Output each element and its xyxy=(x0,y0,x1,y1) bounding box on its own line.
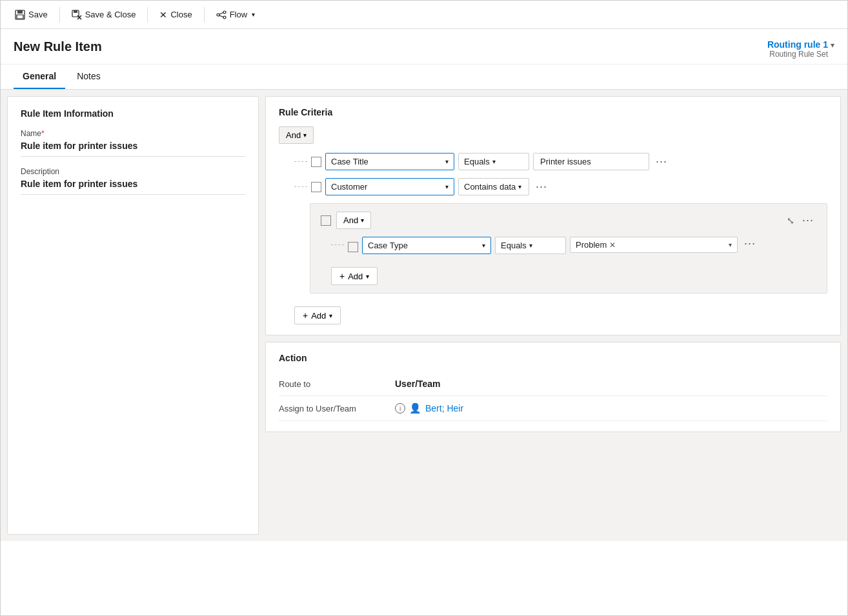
tabs: General Notes xyxy=(1,65,847,90)
close-button[interactable]: ✕ Close xyxy=(153,6,198,23)
page-title: New Rule Item xyxy=(14,39,102,54)
tab-notes[interactable]: Notes xyxy=(68,65,110,89)
action-card: Action Route to User/Team Assign to User… xyxy=(265,342,841,432)
h-dash-2 xyxy=(294,186,307,187)
case-type-more-icon[interactable]: ··· xyxy=(742,237,758,250)
nested-icons: ⤡ ··· xyxy=(787,214,816,227)
rule-criteria-card: Rule Criteria And ▾ Case Title ▾ Equals xyxy=(265,96,841,335)
svg-point-8 xyxy=(223,11,226,14)
criteria-row-case-title: Case Title ▾ Equals ▾ Printer issues ··· xyxy=(279,153,827,170)
nested-and-button[interactable]: And ▾ xyxy=(336,212,371,229)
separator xyxy=(59,7,60,23)
collapse-icon[interactable]: ⤡ xyxy=(787,215,794,226)
save-close-icon xyxy=(72,10,82,20)
nested-more-icon[interactable]: ··· xyxy=(800,214,816,227)
outer-add-plus-icon: + xyxy=(303,310,308,321)
checkbox-case-title[interactable] xyxy=(311,157,321,167)
toolbar: Save Save & Close ✕ Close Flow ▾ xyxy=(1,1,847,29)
nested-group-container: And ▾ ⤡ ··· xyxy=(279,203,827,293)
page-header: New Rule Item Routing rule 1 Routing Rul… xyxy=(1,29,847,65)
routing-rule-sub: Routing Rule Set xyxy=(767,50,828,59)
action-title: Action xyxy=(279,353,827,363)
tag-remove-icon[interactable]: ✕ xyxy=(609,241,616,250)
svg-rect-2 xyxy=(17,15,23,19)
right-panel: Rule Criteria And ▾ Case Title ▾ Equals xyxy=(259,90,847,541)
tag-chevron-icon[interactable]: ▾ xyxy=(729,241,732,248)
nested-and-chevron-icon: ▾ xyxy=(361,217,364,224)
header-right: Routing rule 1 Routing Rule Set ▾ xyxy=(767,39,834,59)
nested-checkbox[interactable] xyxy=(321,215,331,226)
name-value: Rule item for printer issues xyxy=(21,141,245,157)
svg-point-9 xyxy=(223,16,226,19)
nested-row: Case Type ▾ Equals ▾ Problem ✕ xyxy=(321,237,816,254)
close-icon: ✕ xyxy=(159,10,167,20)
nested-add-button[interactable]: + Add ▾ xyxy=(331,267,378,285)
tag-problem: Problem ✕ xyxy=(576,240,616,250)
svg-rect-1 xyxy=(17,10,23,14)
customer-select[interactable]: Customer ▾ xyxy=(325,178,454,195)
routing-rule-section: Routing rule 1 Routing Rule Set xyxy=(767,39,828,59)
case-type-value: Problem ✕ ▾ xyxy=(570,237,738,253)
equals-chevron-icon: ▾ xyxy=(492,158,496,165)
customer-more-icon[interactable]: ··· xyxy=(533,180,550,194)
nested-connector xyxy=(321,237,344,245)
header-chevron-icon[interactable]: ▾ xyxy=(831,41,834,50)
nested-header: And ▾ ⤡ ··· xyxy=(321,212,816,229)
description-label: Description xyxy=(21,167,245,176)
h-dash-1 xyxy=(294,161,307,162)
nested-row-content: Case Type ▾ Equals ▾ Problem ✕ xyxy=(348,237,816,254)
save-close-button[interactable]: Save & Close xyxy=(65,6,143,23)
customer-operator[interactable]: Contains data ▾ xyxy=(458,178,529,195)
save-icon xyxy=(15,10,25,20)
svg-rect-4 xyxy=(74,10,77,13)
nested-add-chevron-icon: ▾ xyxy=(366,273,369,280)
criteria-row-customer: Customer ▾ Contains data ▾ ··· xyxy=(279,178,827,195)
case-type-op-chevron-icon: ▾ xyxy=(529,242,532,249)
separator xyxy=(147,7,148,23)
checkbox-case-type[interactable] xyxy=(348,242,358,252)
required-asterisk: * xyxy=(41,129,45,138)
action-assign-row: Assign to User/Team i 👤 Bert; Heir xyxy=(279,396,827,421)
action-route-row: Route to User/Team xyxy=(279,372,827,396)
main-content: Rule Item Information Name* Rule item fo… xyxy=(1,90,847,541)
customer-chevron-icon: ▾ xyxy=(445,183,449,190)
svg-line-10 xyxy=(219,12,223,14)
svg-point-7 xyxy=(217,14,219,16)
tab-general[interactable]: General xyxy=(14,65,65,89)
flow-icon xyxy=(216,10,227,20)
and-chevron-icon: ▾ xyxy=(303,132,307,139)
assign-label: Assign to User/Team xyxy=(279,404,395,413)
separator xyxy=(204,7,205,23)
name-label: Name* xyxy=(21,129,245,138)
flow-chevron-icon: ▾ xyxy=(252,11,255,18)
description-value: Rule item for printer issues xyxy=(21,179,245,195)
case-title-value: Printer issues xyxy=(533,153,649,170)
case-type-select[interactable]: Case Type ▾ xyxy=(362,237,491,254)
rule-criteria-title: Rule Criteria xyxy=(279,107,827,117)
case-type-chevron-icon: ▾ xyxy=(482,242,485,249)
outer-add-area: + Add ▾ xyxy=(279,301,827,324)
case-title-select[interactable]: Case Title ▾ xyxy=(325,153,454,170)
outer-add-chevron-icon: ▾ xyxy=(329,312,332,319)
route-to-label: Route to xyxy=(279,379,395,389)
and-button[interactable]: And ▾ xyxy=(279,126,314,144)
contains-chevron-icon: ▾ xyxy=(518,183,521,190)
user-icon: 👤 xyxy=(409,402,421,414)
nested-add-area: + Add ▾ xyxy=(321,262,816,285)
nested-group: And ▾ ⤡ ··· xyxy=(310,203,827,293)
case-title-operator[interactable]: Equals ▾ xyxy=(458,153,529,170)
flow-button[interactable]: Flow ▾ xyxy=(210,6,261,23)
save-button[interactable]: Save xyxy=(8,6,54,23)
svg-line-11 xyxy=(219,15,223,17)
outer-add-button[interactable]: + Add ▾ xyxy=(294,306,341,324)
panel-title: Rule Item Information xyxy=(21,108,245,119)
case-title-chevron-icon: ▾ xyxy=(445,158,449,165)
assign-value: i 👤 Bert; Heir xyxy=(395,402,463,414)
info-icon[interactable]: i xyxy=(395,403,405,413)
case-title-more-icon[interactable]: ··· xyxy=(653,155,670,168)
assign-user-link[interactable]: Bert; Heir xyxy=(425,403,463,413)
nested-h-dash xyxy=(331,244,344,245)
case-type-operator[interactable]: Equals ▾ xyxy=(495,237,566,254)
checkbox-customer[interactable] xyxy=(311,182,321,192)
routing-rule-link[interactable]: Routing rule 1 xyxy=(767,39,828,50)
